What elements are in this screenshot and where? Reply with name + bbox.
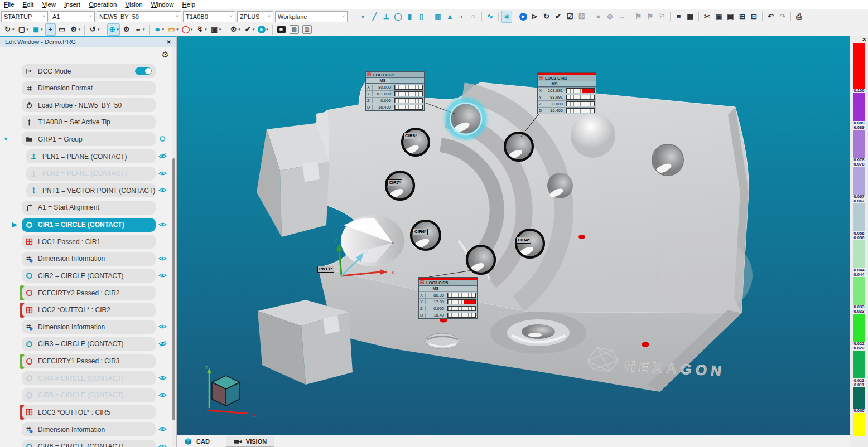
tree-item-loc2-outtol-cir2[interactable]: LOC2 *OUTTOL* : CIR2 (22, 303, 156, 317)
execute-verify-icon[interactable]: ✔▾ (243, 23, 256, 36)
eye-icon[interactable] (158, 323, 168, 331)
cad-viewport[interactable]: HEXAGON Y X Z Y (177, 36, 850, 435)
visibility-circle-icon[interactable] (158, 135, 168, 143)
tree-item-fcfcirty1-passed-cir3[interactable]: FCFCIRTY1 Passed : CIR3 (22, 354, 156, 368)
eye-off-icon[interactable] (158, 153, 168, 161)
tree-item-pln1-plane-contact[interactable]: PLN1 = PLANE (CONTACT) (26, 149, 156, 163)
workplane-combo[interactable]: ZPLUS˅ (237, 11, 273, 22)
tree-item-pln2-plane-contact[interactable]: PLN2 = PLANE (CONTACT) (26, 167, 156, 181)
report-window-icon[interactable]: ▤ (288, 23, 300, 36)
round-icon[interactable]: ○ (468, 11, 479, 23)
feature-label-cir8[interactable]: CIR8* (403, 133, 418, 139)
stop-icon[interactable]: ● (593, 11, 604, 23)
eye-icon[interactable] (158, 187, 168, 195)
tree-item-fcfcirty2-passed-cir2[interactable]: FCFCIRTY2 Passed : CIR2 (22, 286, 156, 300)
tree-item-dimension-information[interactable]: Dimension Information (22, 422, 156, 436)
perpendicular-icon[interactable]: ⊥ (381, 11, 392, 23)
tree-item-pnt1-vector-point-contact[interactable]: PNT1 = VECTOR POINT (CONTACT) (26, 183, 156, 197)
cylinder-icon[interactable]: ▥ (433, 11, 443, 23)
cut-icon[interactable]: ✂ (702, 11, 712, 23)
view-orientation-icon[interactable]: ↻▾ (2, 23, 16, 36)
tree-item-cir1-circle-contact[interactable]: CIR1 = CIRCLE (CONTACT) (22, 218, 156, 232)
eye-off-icon[interactable] (158, 341, 168, 348)
eye-icon[interactable] (158, 392, 168, 400)
pattern-icon[interactable]: ⊡ (749, 11, 759, 23)
scrollbar-thumb[interactable] (172, 158, 175, 420)
feature-list-icon[interactable]: ≡▾ (133, 23, 146, 36)
dcc-mode-toggle[interactable] (135, 67, 152, 75)
execute-icon[interactable]: ▶ (518, 11, 528, 23)
slot-filled-icon[interactable]: ▮ (404, 11, 415, 23)
tree-item-cir2-circle-contact[interactable]: CIR2 = CIRCLE (CONTACT) (22, 269, 156, 283)
marker-clear-icon[interactable]: ⚐ (657, 11, 667, 23)
tab-vision[interactable]: VISION (226, 436, 274, 447)
paste-with-pattern-icon[interactable]: ⊞ (737, 11, 748, 23)
copy-icon[interactable]: ▣ (713, 11, 724, 23)
tree-item-grp1-group[interactable]: GRP1 = Group (22, 132, 156, 146)
pan-icon[interactable]: + (45, 23, 56, 36)
undo-icon[interactable]: ↶ (765, 11, 776, 23)
line-icon[interactable]: ╱ (369, 11, 380, 23)
tree-item-t1a0b0-set-active-tip[interactable]: T1A0B0 = Set Active Tip (22, 115, 156, 129)
tip-settings-icon[interactable]: ⚙ (121, 23, 132, 36)
dimension-table-loc3-cir5[interactable]: LOC3 CIR5MSX80.00Y17.00Z0.000D16.40 (418, 277, 478, 319)
menu-edit[interactable]: Edit (23, 1, 34, 8)
tree-item-dimension-format[interactable]: Dimension Format (22, 81, 156, 95)
verify-document-off-icon[interactable]: ☒ (576, 11, 587, 23)
cone-icon[interactable]: ▲ (445, 11, 455, 23)
eye-icon[interactable] (158, 272, 168, 280)
report-grid-icon[interactable]: ▦ (685, 11, 696, 23)
dimension-table-loc2-cir2[interactable]: LOC2 CIR2MSX108.991Y88.991Z0.000D16.400 (537, 72, 596, 114)
menu-vision[interactable]: Vision (125, 1, 142, 8)
sphere-icon[interactable]: ◗ (456, 11, 467, 23)
tree-item-cir6-circle-contact[interactable]: CIR6 = CIRCLE (CONTACT) (22, 440, 156, 447)
tree-item-load-probe-new5-by-50[interactable]: Load Probe - NEW5_BY_50 (22, 98, 156, 112)
paste-icon[interactable]: ▤ (725, 11, 736, 23)
measure-square-icon[interactable]: ▭▾ (166, 23, 180, 36)
graphic-path-icon[interactable]: ↯▾ (195, 23, 208, 36)
dimension-table-loc1-cir1[interactable]: LOC1 CIR1MSX80.000Y101.000Z0.000D16.400 (365, 71, 425, 111)
marker-insert-icon[interactable]: ⚑ (645, 11, 655, 23)
alignment-combo[interactable]: A1˅ (50, 11, 95, 22)
menu-file[interactable]: File (4, 1, 15, 8)
menu-help[interactable]: Help (182, 1, 195, 8)
execute-check-icon[interactable]: ✔ (553, 11, 563, 23)
continue-icon[interactable]: → (616, 11, 627, 23)
view-wireframe-icon[interactable]: ▢▾ (17, 23, 30, 36)
feature-label-cir4[interactable]: CIR4* (516, 237, 531, 244)
view-shaded-cube-icon[interactable]: ◼▾ (31, 23, 44, 36)
report-list-icon[interactable]: ≡ (673, 11, 684, 23)
tree-item-a1-start-alignment[interactable]: A1 = Start Alignment (22, 201, 156, 215)
tree-item-dimension-information[interactable]: Dimension Information (22, 252, 156, 266)
snapshot-camera-icon[interactable] (276, 23, 287, 36)
copy-multiple-icon[interactable]: ▣▾ (209, 23, 223, 36)
point-icon[interactable]: • (358, 11, 368, 23)
menu-window[interactable]: Window (151, 1, 174, 8)
auto-circle-icon[interactable]: ◯ (393, 11, 403, 23)
tree-item-dimension-information[interactable]: Dimension Information (22, 320, 156, 334)
tip-combo[interactable]: T1A0B0˅ (183, 11, 235, 22)
probe-combo[interactable]: NEW5_BY_50˅ (97, 11, 181, 22)
feature-label-cir6[interactable]: CIR6* (413, 229, 428, 235)
execute-from-cursor-icon[interactable]: ⊳ (529, 11, 540, 23)
panel-scrollbar[interactable] (172, 47, 176, 446)
auto-feature-icon[interactable]: ∗ (501, 11, 512, 23)
menu-view[interactable]: View (42, 1, 56, 8)
execute-play-icon[interactable]: ▶▾ (257, 23, 269, 36)
close-icon[interactable]: ✕ (862, 37, 866, 42)
tree-item-cir3-circle-contact[interactable]: CIR3 = CIRCLE (CONTACT) (22, 337, 156, 351)
tree-item-dcc-mode[interactable]: DCC Mode (22, 64, 156, 78)
program-combo[interactable]: STARTUP˅ (1, 11, 48, 22)
measure-circle-icon[interactable]: ◯▾ (181, 23, 194, 36)
measure-ellipse-icon[interactable]: ●▾ (152, 23, 166, 36)
menu-operation[interactable]: Operation (89, 1, 117, 8)
tree-item-loc3-outtol-cir5[interactable]: LOC3 *OUTTOL* : CIR5 (22, 405, 156, 419)
close-icon[interactable]: ✕ (167, 39, 171, 45)
execute-refresh-icon[interactable]: ↻ (541, 11, 552, 23)
eye-icon[interactable] (158, 221, 168, 229)
redo-icon[interactable]: ↷ (777, 11, 788, 23)
tree-item-cir5-circle-contact[interactable]: CIR5 = CIRCLE (CONTACT) (22, 388, 156, 402)
tab-cad[interactable]: CAD (177, 436, 217, 447)
slot-outline-icon[interactable]: ▯ (416, 11, 427, 23)
tree-item-cir4-circle-contact[interactable]: CIR4 = CIRCLE (CONTACT) (22, 371, 156, 385)
